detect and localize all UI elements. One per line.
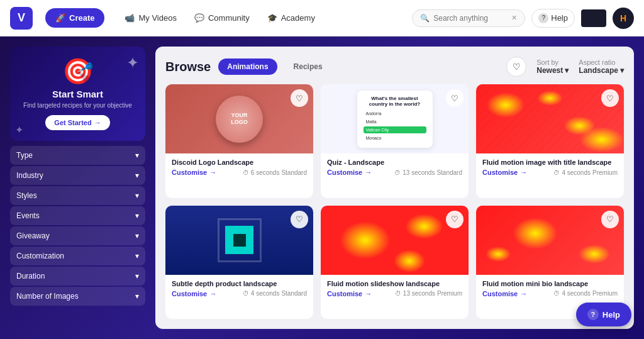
card-title: Subtle depth product landscape xyxy=(172,280,307,287)
chevron-down-icon: ▾ xyxy=(135,252,139,260)
arrow-right-icon: → xyxy=(209,290,216,297)
app-logo[interactable]: V xyxy=(10,7,33,30)
promo-card: ✦ ✦ 🎯 Start Smart Find targeted recipes … xyxy=(10,47,145,141)
customise-button[interactable]: Customise → xyxy=(327,290,372,297)
color-swatch xyxy=(581,9,606,27)
card-favorite-button[interactable]: ♡ xyxy=(291,211,308,228)
my-videos-nav[interactable]: 📹 My Videos xyxy=(117,8,184,28)
chevron-down-icon: ▾ xyxy=(565,66,569,75)
card-body: Quiz - Landscape Customise → ⏱ 13 second… xyxy=(321,153,469,181)
chevron-down-icon: ▾ xyxy=(135,191,139,200)
get-started-button[interactable]: Get Started → xyxy=(45,115,109,130)
rocket-icon: 🚀 xyxy=(55,13,65,23)
filter-styles[interactable]: Styles ▾ xyxy=(10,186,145,205)
card-thumbnail: ♡ xyxy=(165,206,313,275)
customise-button[interactable]: Customise → xyxy=(482,169,527,176)
card-favorite-button[interactable]: ♡ xyxy=(446,211,464,228)
chevron-down-icon: ▾ xyxy=(135,272,139,281)
logo-disc: YOURLOGO xyxy=(216,96,263,143)
clock-icon: ⏱ xyxy=(553,169,560,176)
filter-duration[interactable]: Duration ▾ xyxy=(10,267,145,286)
arrow-right-icon: → xyxy=(365,290,372,297)
promo-title: Start Smart xyxy=(20,89,135,99)
filter-number-of-images[interactable]: Number of Images ▾ xyxy=(10,287,145,306)
help-fab-button[interactable]: ? Help xyxy=(576,303,631,326)
star-deco2: ✦ xyxy=(15,124,23,136)
card-info: ⏱ 6 seconds Standard xyxy=(243,169,307,176)
tab-recipes[interactable]: Recipes xyxy=(285,58,331,75)
card-info: ⏱ 13 seconds Standard xyxy=(394,169,462,176)
create-button[interactable]: 🚀 Create xyxy=(45,8,104,28)
filter-giveaway[interactable]: Giveaway ▾ xyxy=(10,226,145,245)
sidebar: ✦ ✦ 🎯 Start Smart Find targeted recipes … xyxy=(10,47,145,329)
card-favorite-button[interactable]: ♡ xyxy=(601,89,619,107)
clock-icon: ⏱ xyxy=(394,169,401,176)
card-fluid-motion: ♡ Fluid motion image with title landscap… xyxy=(476,84,624,198)
sort-button[interactable]: Sort by Newest ▾ xyxy=(536,58,569,75)
filter-type[interactable]: Type ▾ xyxy=(10,146,145,165)
clear-icon[interactable]: ✕ xyxy=(511,14,517,22)
card-title: Discoid Logo Landscape xyxy=(172,158,307,166)
filter-customization[interactable]: Customization ▾ xyxy=(10,247,145,265)
target-icon: 🎯 xyxy=(20,57,135,86)
arrow-right-icon: → xyxy=(365,169,372,176)
help-button[interactable]: ? Help xyxy=(531,9,575,28)
chevron-down-icon: ▾ xyxy=(135,292,139,301)
card-thumbnail: ♡ xyxy=(476,84,624,153)
header-right: 🔍 ✕ ? Help H xyxy=(412,8,634,29)
quiz-preview: What's the smallest country in the world… xyxy=(357,91,433,148)
search-box[interactable]: 🔍 ✕ xyxy=(412,9,525,27)
avatar[interactable]: H xyxy=(613,8,634,29)
card-body: Discoid Logo Landscape Customise → ⏱ 6 s… xyxy=(165,153,313,181)
arrow-right-icon: → xyxy=(209,169,216,176)
card-title: Fluid motion image with title landscape xyxy=(482,158,618,166)
card-favorite-button[interactable]: ♡ xyxy=(601,211,619,228)
card-title: Quiz - Landscape xyxy=(327,158,462,166)
favorites-button[interactable]: ♡ xyxy=(506,57,526,77)
browse-right: ♡ Sort by Newest ▾ Aspect ratio L xyxy=(506,57,624,77)
filter-industry[interactable]: Industry ▾ xyxy=(10,166,145,185)
card-favorite-button[interactable]: ♡ xyxy=(291,89,308,107)
customise-button[interactable]: Customise → xyxy=(482,290,527,297)
sort-group: Sort by Newest ▾ xyxy=(536,58,569,75)
card-body: Fluid motion image with title landscape … xyxy=(476,153,624,181)
card-favorite-button[interactable]: ♡ xyxy=(446,89,464,107)
depth-center xyxy=(233,234,246,247)
aspect-group: Aspect ratio Landscape ▾ xyxy=(579,58,624,75)
customise-button[interactable]: Customise → xyxy=(172,290,216,297)
card-meta: Customise → ⏱ 13 seconds Premium xyxy=(327,290,462,297)
filter-events[interactable]: Events ▾ xyxy=(10,206,145,225)
card-body: Subtle depth product landscape Customise… xyxy=(165,275,313,303)
clock-icon: ⏱ xyxy=(553,290,560,297)
community-icon: 💬 xyxy=(194,13,204,23)
customise-button[interactable]: Customise → xyxy=(327,169,372,176)
community-nav[interactable]: 💬 Community xyxy=(187,8,257,28)
card-fluid-bio: ♡ Fluid motion mini bio landscape Custom… xyxy=(476,206,624,320)
customise-button[interactable]: Customise → xyxy=(172,169,216,176)
depth-outer xyxy=(218,218,262,262)
card-info: ⏱ 4 seconds Premium xyxy=(553,290,618,297)
card-meta: Customise → ⏱ 6 seconds Standard xyxy=(172,169,307,176)
star-deco: ✦ xyxy=(126,54,139,72)
header: V 🚀 Create 📹 My Videos 💬 Community 🎓 Aca… xyxy=(0,0,644,36)
card-body: Fluid motion mini bio landscape Customis… xyxy=(476,275,624,303)
tab-animations[interactable]: Animations xyxy=(218,58,277,75)
browse-left: Browse Animations Recipes xyxy=(165,58,331,75)
card-info: ⏱ 4 seconds Premium xyxy=(553,169,618,176)
aspect-ratio-button[interactable]: Aspect ratio Landscape ▾ xyxy=(579,58,624,75)
card-meta: Customise → ⏱ 13 seconds Standard xyxy=(327,169,462,176)
card-meta: Customise → ⏱ 4 seconds Standard xyxy=(172,290,307,297)
main-nav: 📹 My Videos 💬 Community 🎓 Academy xyxy=(117,8,399,28)
card-discoid-logo: YOURLOGO ♡ Discoid Logo Landscape Custom… xyxy=(165,84,313,198)
card-title: Fluid motion mini bio landscape xyxy=(482,280,618,287)
academy-nav[interactable]: 🎓 Academy xyxy=(260,8,323,28)
card-meta: Customise → ⏱ 4 seconds Premium xyxy=(482,169,618,176)
chevron-down-icon: ▾ xyxy=(135,211,139,220)
promo-description: Find targeted recipes for your objective xyxy=(20,102,135,109)
card-quiz: What's the smallest country in the world… xyxy=(321,84,469,198)
card-thumbnail: ♡ xyxy=(321,206,469,275)
question-circle-icon: ? xyxy=(587,309,599,320)
clock-icon: ⏱ xyxy=(395,290,401,297)
card-title: Fluid motion slideshow landscape xyxy=(327,280,462,287)
search-input[interactable] xyxy=(433,14,508,23)
